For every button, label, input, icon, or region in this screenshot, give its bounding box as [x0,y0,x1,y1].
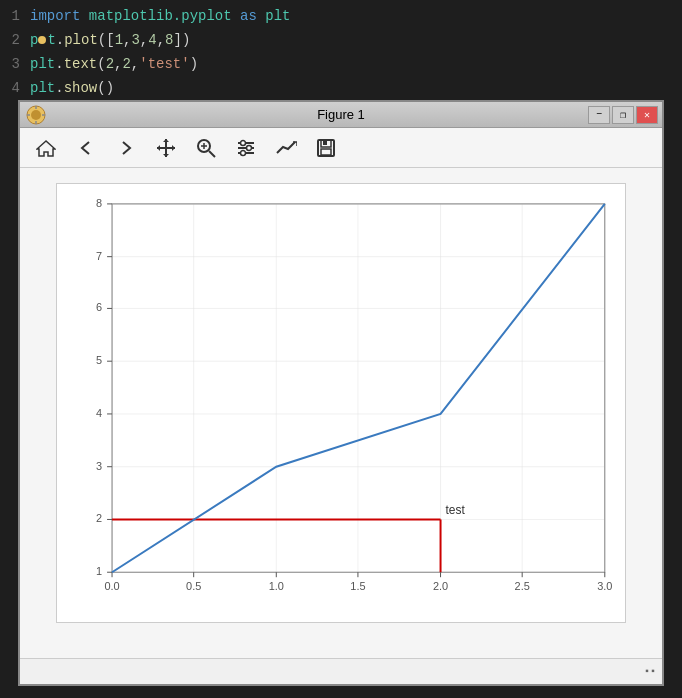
svg-point-17 [247,145,252,150]
line-number-4: 4 [0,80,30,96]
line-number-1: 1 [0,8,30,24]
svg-text:7: 7 [96,250,102,262]
svg-text:6: 6 [96,301,102,313]
code-line-3: 3 plt.text(2,2,'test') [0,52,682,76]
svg-point-16 [241,140,246,145]
svg-text:3.0: 3.0 [597,580,612,592]
forward-icon [117,139,135,157]
svg-text:0.0: 0.0 [104,580,119,592]
svg-point-18 [241,150,246,155]
window-title: Figure 1 [317,107,365,122]
close-button[interactable]: ✕ [636,106,658,124]
chart-svg: 1 2 3 4 5 6 7 8 0.0 0.5 1.0 1 [56,183,626,623]
svg-marker-6 [37,141,55,156]
svg-line-10 [209,151,215,157]
configure-button[interactable] [228,133,264,163]
svg-text:1: 1 [96,565,102,577]
svg-text:3: 3 [96,460,102,472]
svg-text:1.5: 1.5 [350,580,365,592]
zoom-icon [196,138,216,158]
svg-rect-23 [112,204,605,572]
svg-text:2: 2 [96,512,102,524]
resize-icon: ▪▪ [644,666,656,677]
figure-toolbar [20,128,662,168]
forward-button[interactable] [108,133,144,163]
save-icon [316,138,336,158]
status-bar: ▪▪ [20,658,662,684]
svg-rect-21 [321,149,331,155]
svg-rect-22 [323,141,327,145]
figure-icon [26,105,46,125]
svg-text:5: 5 [96,354,102,366]
pan-button[interactable] [148,133,184,163]
code-editor: 1 import matplotlib.pyplot as plt 2 pt.p… [0,0,682,100]
home-icon [36,139,56,157]
code-content-2: pt.plot([1,3,4,8]) [30,32,190,48]
minimize-button[interactable]: − [588,106,610,124]
svg-text:4: 4 [96,407,102,419]
annotation-text: test [446,503,466,517]
line-number-2: 2 [0,32,30,48]
pan-icon [155,137,177,159]
save-button[interactable] [308,133,344,163]
code-content-1: import matplotlib.pyplot as plt [30,8,291,24]
svg-text:1.0: 1.0 [269,580,284,592]
window-controls: − ❐ ✕ [588,106,658,124]
back-icon [77,139,95,157]
configure-icon [236,138,256,158]
svg-text:0.5: 0.5 [186,580,201,592]
svg-text:8: 8 [96,197,102,209]
restore-button[interactable]: ❐ [612,106,634,124]
plot-container: 1 2 3 4 5 6 7 8 0.0 0.5 1.0 1 [20,168,662,658]
plot-area: 1 2 3 4 5 6 7 8 0.0 0.5 1.0 1 [56,183,626,623]
svg-text:2.0: 2.0 [433,580,448,592]
back-button[interactable] [68,133,104,163]
code-content-3: plt.text(2,2,'test') [30,56,198,72]
cursor-dot [38,36,46,44]
zoom-button[interactable] [188,133,224,163]
code-content-4: plt.show() [30,80,114,96]
svg-text:2.5: 2.5 [515,580,530,592]
code-line-4: 4 plt.show() [0,76,682,100]
svg-point-1 [31,110,41,120]
plot-icon [275,139,297,157]
home-button[interactable] [28,133,64,163]
figure-window: Figure 1 − ❐ ✕ [18,100,664,686]
plot-type-button[interactable] [268,133,304,163]
code-line-1: 1 import matplotlib.pyplot as plt [0,4,682,28]
title-bar: Figure 1 − ❐ ✕ [20,100,662,128]
line-number-3: 3 [0,56,30,72]
code-line-2: 2 pt.plot([1,3,4,8]) [0,28,682,52]
